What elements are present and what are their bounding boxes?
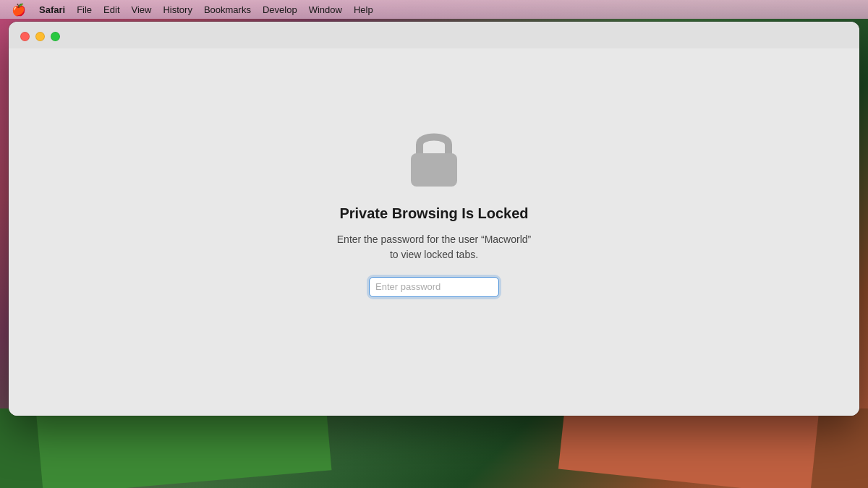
menu-window[interactable]: Window <box>303 3 348 17</box>
menu-develop[interactable]: Develop <box>257 3 303 17</box>
window-chrome <box>9 22 859 48</box>
locked-title: Private Browsing Is Locked <box>339 205 528 222</box>
menu-safari[interactable]: Safari <box>33 3 71 17</box>
apple-menu[interactable]: 🍎 <box>6 3 32 17</box>
menu-help[interactable]: Help <box>348 3 379 17</box>
lock-icon <box>405 124 463 192</box>
svg-rect-0 <box>411 153 457 187</box>
window-minimize-button[interactable] <box>35 32 45 41</box>
safari-window: Private Browsing Is Locked Enter the pas… <box>9 22 859 416</box>
menu-history[interactable]: History <box>157 3 197 17</box>
window-content: Private Browsing Is Locked Enter the pas… <box>9 48 859 416</box>
desktop-shape-4 <box>558 408 824 488</box>
menu-file[interactable]: File <box>71 3 98 17</box>
description-line-2: to view locked tabs. <box>390 249 478 260</box>
description-line-1: Enter the password for the user “Macworl… <box>337 234 531 245</box>
window-maximize-button[interactable] <box>51 32 60 41</box>
menu-view[interactable]: View <box>126 3 158 17</box>
menu-edit[interactable]: Edit <box>98 3 125 17</box>
menu-bar: 🍎 Safari File Edit View History Bookmark… <box>0 0 868 19</box>
menu-bookmarks[interactable]: Bookmarks <box>198 3 257 17</box>
locked-description: Enter the password for the user “Macworl… <box>337 232 531 262</box>
window-close-button[interactable] <box>20 32 30 41</box>
desktop-shape-2 <box>32 408 331 488</box>
password-input[interactable] <box>369 277 499 297</box>
lock-svg <box>405 124 463 189</box>
desktop-shapes <box>0 408 868 488</box>
